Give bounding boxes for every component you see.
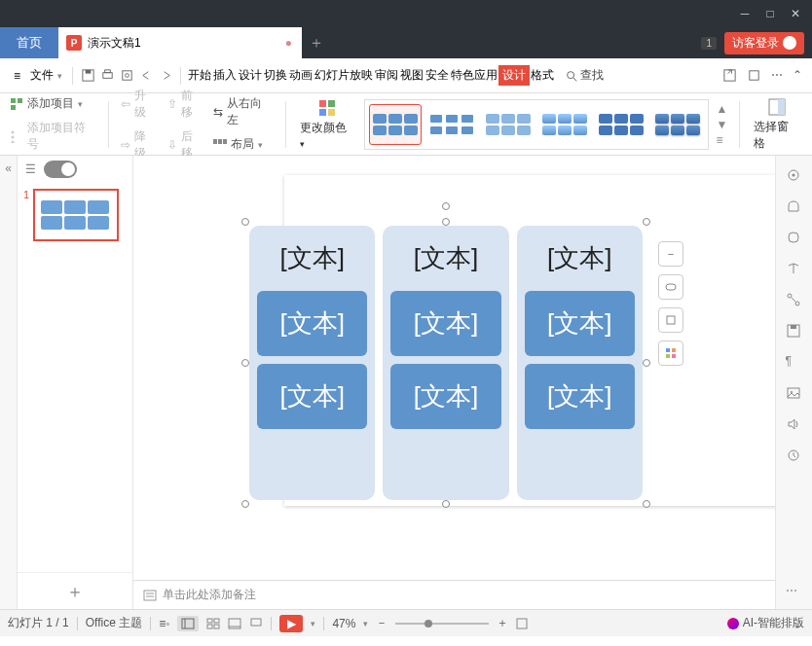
resize-handle[interactable]	[442, 500, 450, 508]
layout-button[interactable]: 布局▾	[211, 135, 275, 154]
view-normal-icon[interactable]	[177, 616, 199, 631]
save-cloud-icon[interactable]	[747, 68, 761, 83]
float-grid-icon[interactable]	[658, 341, 683, 366]
resize-handle[interactable]	[643, 218, 650, 226]
tab-smartart-design[interactable]: 设计	[498, 65, 530, 86]
sidebar-shape-icon[interactable]	[786, 198, 803, 216]
style-option-1[interactable]	[369, 104, 422, 145]
smartart-object[interactable]: [文本] [文本] [文本] [文本] [文本] [文本] [文本] [文本] …	[245, 222, 646, 504]
style-option-6[interactable]	[651, 104, 704, 145]
close-window-button[interactable]: ✕	[783, 4, 808, 23]
resize-handle[interactable]	[442, 218, 450, 226]
smartart-column-3[interactable]: [文本] [文本] [文本]	[517, 226, 643, 500]
style-option-4[interactable]	[538, 104, 591, 145]
outline-view-icon[interactable]: ☰	[25, 162, 36, 176]
smartart-cell[interactable]: [文本]	[525, 291, 635, 356]
tab-view[interactable]: 视图	[399, 65, 424, 86]
minimize-button[interactable]: ─	[732, 4, 757, 23]
style-option-3[interactable]	[482, 104, 535, 145]
resize-handle[interactable]	[643, 500, 650, 508]
home-tab[interactable]: 首页	[0, 27, 58, 58]
smartart-cell[interactable]: [文本]	[525, 233, 635, 283]
smartart-cell[interactable]: [文本]	[390, 364, 500, 429]
tab-slideshow[interactable]: 幻灯片放映	[314, 65, 374, 86]
sidebar-type-icon[interactable]	[786, 261, 803, 278]
sidebar-more-icon[interactable]: ⋯	[786, 584, 803, 601]
smartart-cell[interactable]: [文本]	[257, 364, 367, 429]
file-menu[interactable]: 文件 ▾	[26, 65, 66, 86]
smartart-cell[interactable]: [文本]	[257, 233, 367, 283]
smartart-cell[interactable]: [文本]	[257, 291, 367, 356]
resize-handle[interactable]	[241, 359, 249, 367]
fit-icon[interactable]	[516, 618, 528, 629]
sidebar-image-icon[interactable]	[786, 385, 803, 403]
add-bullet-button[interactable]: 添加项目符号	[8, 119, 98, 154]
more-icon[interactable]: ⋯	[771, 68, 783, 83]
resize-handle[interactable]	[241, 218, 249, 226]
float-minus-icon[interactable]: －	[658, 241, 683, 267]
document-tab[interactable]: P 演示文稿1 ●	[58, 27, 302, 58]
rotate-handle[interactable]	[442, 202, 450, 210]
smartart-cell[interactable]: [文本]	[525, 364, 635, 429]
print-preview-icon[interactable]	[118, 67, 135, 85]
view-reading-icon[interactable]	[228, 618, 241, 629]
notification-badge[interactable]: 1	[701, 37, 717, 50]
slide-indicator[interactable]: 幻灯片 1 / 1	[8, 615, 69, 631]
sidebar-flow-icon[interactable]	[786, 292, 803, 309]
tab-design[interactable]: 设计	[238, 65, 263, 86]
collapse-ribbon-icon[interactable]: ⌃	[793, 68, 802, 83]
theme-indicator[interactable]: Office 主题	[86, 615, 142, 631]
undo-icon[interactable]	[137, 67, 155, 85]
smartart-selection[interactable]: [文本] [文本] [文本] [文本] [文本] [文本] [文本] [文本] …	[245, 222, 646, 504]
select-pane-button[interactable]: 选择窗格	[750, 97, 804, 152]
sidebar-settings-icon[interactable]	[786, 167, 803, 185]
style-option-2[interactable]	[425, 104, 478, 145]
rtl-button[interactable]: ⇆ 从右向左	[211, 94, 275, 129]
guest-login-button[interactable]: 访客登录	[724, 32, 804, 54]
gallery-up-icon[interactable]: ▲	[717, 102, 728, 116]
ai-layout-button[interactable]: AI-智能排版	[727, 615, 804, 631]
smartart-column-1[interactable]: [文本] [文本] [文本]	[249, 226, 375, 500]
zoom-out-icon[interactable]: －	[376, 615, 388, 631]
share-icon[interactable]	[722, 68, 737, 83]
tab-security[interactable]: 安全	[424, 65, 450, 86]
sidebar-text-icon[interactable]: ¶	[786, 354, 803, 372]
gallery-more-icon[interactable]: ≡	[717, 133, 728, 147]
notes-pane[interactable]: 单击此处添加备注	[133, 580, 775, 609]
sidebar-clip-icon[interactable]	[786, 230, 803, 247]
slide-thumbnail-1[interactable]	[33, 189, 119, 241]
resize-handle[interactable]	[241, 500, 249, 508]
view-notes-icon[interactable]	[249, 618, 263, 629]
zoom-level[interactable]: 47%	[332, 617, 355, 630]
slideshow-button[interactable]: ▶	[279, 615, 303, 632]
view-sorter-icon[interactable]	[206, 618, 220, 629]
smartart-column-2[interactable]: [文本] [文本] [文本]	[383, 226, 508, 500]
close-tab-icon[interactable]: ●	[285, 36, 292, 50]
collapse-panel-button[interactable]: «	[0, 156, 18, 609]
save-icon[interactable]	[79, 67, 96, 85]
view-list-icon[interactable]: ≡◦	[159, 617, 169, 630]
sidebar-audio-icon[interactable]	[786, 416, 803, 434]
recolor-button[interactable]: 更改颜色 ▾	[296, 98, 358, 150]
tab-review[interactable]: 审阅	[374, 65, 399, 86]
maximize-button[interactable]: □	[757, 4, 783, 23]
thumbnail-view-toggle[interactable]	[44, 161, 77, 178]
style-option-5[interactable]	[595, 104, 647, 145]
float-rect-icon[interactable]	[658, 307, 683, 333]
print-icon[interactable]	[98, 67, 116, 85]
redo-icon[interactable]	[157, 67, 174, 85]
add-item-button[interactable]: 添加项目▾	[8, 94, 98, 113]
search-button[interactable]: 查找	[565, 67, 604, 84]
tab-format[interactable]: 格式	[530, 65, 555, 86]
sidebar-history-icon[interactable]	[786, 448, 803, 465]
float-shape-icon[interactable]	[658, 274, 683, 300]
tab-transition[interactable]: 切换	[263, 65, 288, 86]
tab-start[interactable]: 开始	[187, 65, 212, 86]
resize-handle[interactable]	[643, 359, 650, 367]
tab-animation[interactable]: 动画	[288, 65, 314, 86]
hamburger-menu[interactable]: ≡	[10, 67, 24, 85]
add-slide-button[interactable]: ＋	[18, 572, 132, 609]
smartart-cell[interactable]: [文本]	[390, 291, 500, 356]
tab-insert[interactable]: 插入	[212, 65, 238, 86]
tab-features[interactable]: 特色应用	[450, 65, 498, 86]
